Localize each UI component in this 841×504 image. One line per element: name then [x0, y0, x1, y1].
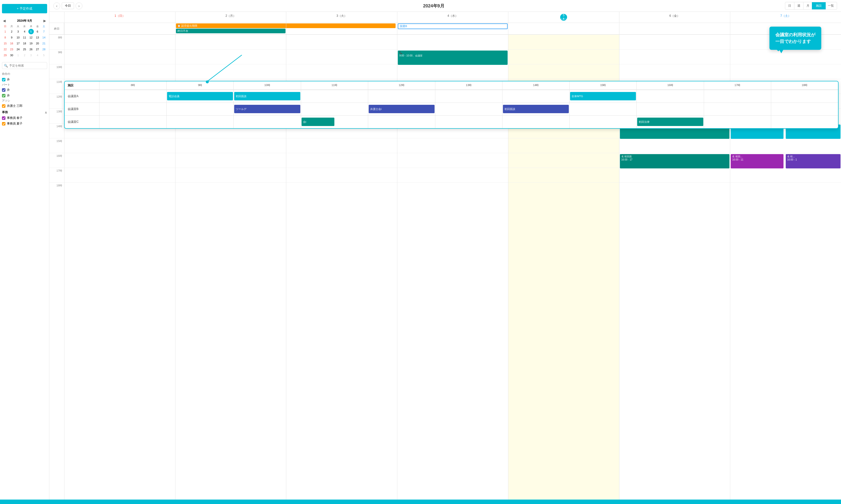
slot[interactable] — [286, 168, 397, 182]
next-week-button[interactable]: › — [75, 2, 83, 10]
slot[interactable] — [397, 153, 508, 168]
cal-day[interactable]: 29 — [2, 53, 8, 58]
fac-cell-a-16[interactable] — [636, 90, 703, 103]
cal-day[interactable]: 4 — [35, 53, 40, 58]
slot[interactable] — [65, 35, 175, 49]
fac-cell-c-15[interactable] — [569, 116, 636, 128]
cal-day[interactable]: 14 — [41, 35, 47, 40]
slot[interactable] — [508, 64, 619, 79]
fac-cell-a-14[interactable] — [502, 90, 569, 103]
fac-cell-a-8[interactable] — [99, 90, 166, 103]
event-shokai-b[interactable]: 初回面談 — [503, 105, 569, 113]
fac-cell-c-11[interactable]: 会i — [301, 116, 368, 128]
event-denwakaigi[interactable]: 電話会議 — [167, 92, 233, 100]
cal-day[interactable]: 1 — [15, 53, 21, 58]
fac-cell-a-15[interactable]: 全体MTG — [569, 90, 636, 103]
cal-day[interactable]: 7 — [41, 29, 47, 34]
jimu-toggle[interactable]: ∧ — [45, 110, 47, 114]
cal-day[interactable]: 2 — [9, 29, 14, 34]
fac-cell-c-17[interactable] — [704, 116, 771, 128]
fac-cell-b-11[interactable] — [301, 103, 368, 115]
cal-day[interactable]: 18 — [22, 41, 27, 46]
event-denwa[interactable]: 📞 9:00 - 10:00、会議室 — [398, 51, 508, 65]
event-kai-c[interactable]: 会i — [301, 118, 335, 126]
fac-cell-b-17[interactable] — [704, 103, 771, 115]
search-input[interactable] — [2, 62, 47, 69]
view-list-button[interactable]: 一覧 — [825, 2, 837, 10]
fac-cell-a-10[interactable]: 初回面談 — [233, 90, 301, 103]
cal-day[interactable]: 27 — [35, 47, 40, 52]
event-shokai-a[interactable]: 初回面談 — [234, 92, 300, 100]
today-button[interactable]: 今日 — [62, 2, 74, 9]
slot[interactable] — [619, 35, 730, 49]
create-event-button[interactable]: + 予定作成 — [2, 4, 47, 13]
event-1600-sat2[interactable]: 名 初... 16:00 - 1 — [786, 154, 841, 168]
calendar-checkbox-orange[interactable] — [2, 104, 5, 108]
cal-day[interactable]: 20 — [35, 41, 40, 46]
cal-day[interactable]: 25 — [22, 47, 27, 52]
fac-cell-a-9[interactable]: 電話会議 — [166, 90, 233, 103]
slot[interactable] — [175, 64, 286, 79]
slot[interactable] — [730, 168, 841, 182]
slot[interactable] — [508, 153, 619, 168]
cal-day[interactable]: 16 — [9, 41, 14, 46]
fac-cell-b-16[interactable] — [636, 103, 703, 115]
fac-cell-c-18[interactable] — [771, 116, 838, 128]
calendar-checkbox[interactable] — [2, 78, 5, 82]
cal-day[interactable]: 11 — [22, 35, 27, 40]
slot[interactable] — [730, 138, 841, 153]
fac-cell-a-13[interactable] — [435, 90, 502, 103]
mini-cal-next[interactable]: ▶ — [42, 18, 47, 23]
event-toole[interactable]: ツールデ — [234, 105, 300, 113]
cal-day[interactable]: 10 — [15, 35, 21, 40]
fac-cell-c-9[interactable] — [166, 116, 233, 128]
cal-day[interactable]: 8 — [2, 35, 8, 40]
slot[interactable] — [730, 64, 841, 79]
slot[interactable] — [65, 153, 175, 168]
slot[interactable] — [175, 138, 286, 153]
event-shokai-law-c[interactable]: 初回法律 — [637, 118, 703, 126]
slot[interactable] — [397, 138, 508, 153]
slot[interactable] — [730, 182, 841, 197]
slot[interactable] — [65, 182, 175, 197]
slot[interactable] — [619, 49, 730, 64]
cal-day[interactable]: 1 — [2, 29, 8, 34]
cal-day[interactable]: 3 — [29, 53, 34, 58]
slot[interactable] — [508, 35, 619, 49]
cal-day[interactable]: 13 — [35, 35, 40, 40]
slot[interactable] — [65, 138, 175, 153]
cal-day[interactable]: 21 — [41, 41, 47, 46]
allday-event-fuszai[interactable]: 終日不在 — [176, 29, 286, 33]
fac-cell-a-12[interactable] — [368, 90, 435, 103]
fac-cell-a-11[interactable] — [301, 90, 368, 103]
fac-cell-b-8[interactable] — [99, 103, 166, 115]
cal-day[interactable]: 2 — [22, 53, 27, 58]
slot[interactable] — [286, 138, 397, 153]
cal-day[interactable]: 15 — [2, 41, 8, 46]
cal-day[interactable]: 26 — [29, 47, 34, 52]
slot[interactable] — [175, 153, 286, 168]
fac-cell-b-9[interactable] — [166, 103, 233, 115]
calendar-checkbox-purple[interactable] — [2, 116, 5, 120]
calendar-checkbox-orange2[interactable] — [2, 122, 5, 126]
fac-cell-c-16[interactable]: 初回法律 — [636, 116, 703, 128]
slot[interactable] — [65, 168, 175, 182]
slot[interactable] — [65, 64, 175, 79]
slot[interactable] — [508, 168, 619, 182]
fac-cell-b-18[interactable] — [771, 103, 838, 115]
allday-event-kokusen[interactable]: 国選B — [398, 23, 508, 29]
fac-cell-b-14[interactable]: 初回面談 — [502, 103, 569, 115]
slot[interactable] — [175, 168, 286, 182]
fac-cell-b-10[interactable]: ツールデ — [233, 103, 301, 115]
slot[interactable] — [619, 182, 730, 197]
cal-day[interactable]: 17 — [15, 41, 21, 46]
fac-cell-c-12[interactable] — [368, 116, 435, 128]
fac-cell-c-14[interactable] — [502, 116, 569, 128]
cal-day[interactable]: 12 — [29, 35, 34, 40]
slot[interactable] — [508, 49, 619, 64]
slot[interactable] — [619, 138, 730, 153]
view-facility-button[interactable]: 施設 — [812, 2, 825, 10]
slot[interactable] — [286, 153, 397, 168]
slot[interactable] — [175, 182, 286, 197]
view-day-button[interactable]: 日 — [785, 2, 794, 10]
